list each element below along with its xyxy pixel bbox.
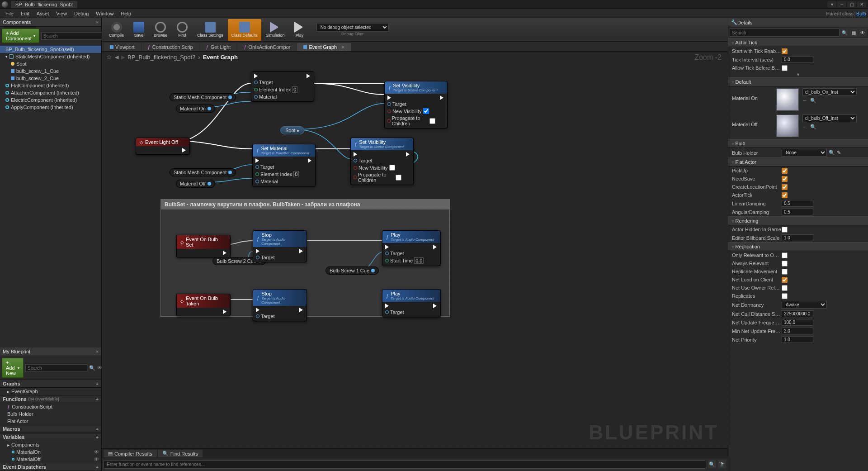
tab-on-is-action[interactable]: ƒOnIsActionCompor xyxy=(237,43,297,51)
forward-icon[interactable]: ▶ xyxy=(121,54,125,60)
search-icon[interactable]: 🔍 xyxy=(89,365,95,371)
use-selected-icon[interactable]: ← xyxy=(802,124,807,130)
create-location-point-checkbox[interactable] xyxy=(782,184,788,190)
search-icon[interactable]: 🔍 xyxy=(840,29,849,37)
always-relevant-checkbox[interactable] xyxy=(782,261,788,266)
close-icon[interactable]: × xyxy=(96,19,99,25)
tick-interval-input[interactable] xyxy=(782,56,813,63)
linear-damping-input[interactable] xyxy=(782,200,813,207)
material-off-thumbnail[interactable] xyxy=(776,114,799,137)
node-stop-2[interactable]: ƒStopTarget is Audio Component Target xyxy=(253,289,307,321)
net-cull-distance-input[interactable] xyxy=(782,310,813,317)
compile-button[interactable]: Compile xyxy=(105,19,127,41)
propagate-checkbox[interactable] xyxy=(396,175,401,181)
component-item-apply[interactable]: ApplyComponent (Inherited) xyxy=(0,104,101,111)
category-bulb[interactable]: Bulb xyxy=(728,139,868,148)
section-macros[interactable]: Macros+ xyxy=(0,425,101,433)
propagate-checkbox[interactable] xyxy=(429,118,435,124)
breadcrumb-root[interactable]: BP_Bulb_flickering_Spot2 xyxy=(127,54,195,61)
close-icon[interactable]: × xyxy=(341,44,344,50)
variables-sub-components[interactable]: ▸ Components xyxy=(0,441,101,448)
plus-icon[interactable]: + xyxy=(96,426,99,432)
material-on-select[interactable]: dl_bulb_On_Inst xyxy=(802,88,857,96)
save-button[interactable]: Save xyxy=(128,19,149,41)
simulation-button[interactable]: Simulation xyxy=(262,19,288,41)
section-functions[interactable]: Functions(34 Overridable)+ xyxy=(0,395,101,403)
component-item-attacher[interactable]: AttacherComponent (Inherited) xyxy=(0,89,101,96)
parent-class-link[interactable]: Bulb xyxy=(856,11,866,16)
tab-viewport[interactable]: Viewport xyxy=(104,43,141,51)
start-tick-enabled-checkbox[interactable] xyxy=(782,48,788,54)
allow-tick-before-begin-checkbox[interactable] xyxy=(782,65,788,71)
menu-asset[interactable]: Asset xyxy=(33,10,53,17)
category-replication[interactable]: Replication xyxy=(728,242,868,251)
menu-help[interactable]: Help xyxy=(117,10,135,17)
pick-icon[interactable]: ✎ xyxy=(837,150,841,156)
menu-window[interactable]: Window xyxy=(92,10,117,17)
net-load-client-checkbox[interactable] xyxy=(782,277,788,283)
function-item-flat-actor[interactable]: Flat Actor xyxy=(0,418,101,425)
menu-edit[interactable]: Edit xyxy=(17,10,33,17)
details-header[interactable]: 🔧 Details xyxy=(728,18,868,27)
plus-icon[interactable]: + xyxy=(96,381,99,386)
menu-file[interactable]: File xyxy=(2,10,17,17)
plus-icon[interactable]: + xyxy=(96,396,99,402)
eye-icon[interactable]: 👁 xyxy=(94,457,99,462)
component-item-flat[interactable]: FlatComponent (Inherited) xyxy=(0,82,101,89)
comment-title[interactable]: BulbSet - лампочку вкрутили в плафон. Bu… xyxy=(161,200,449,209)
matrix-icon[interactable]: ▦ xyxy=(849,29,858,37)
category-actor-tick[interactable]: Actor Tick xyxy=(728,38,868,47)
component-item-electric[interactable]: ElectricComponent (Inherited) xyxy=(0,96,101,104)
window-minimize-icon[interactable]: – xyxy=(837,1,846,8)
binoculars-icon[interactable]: 🔭 xyxy=(718,460,726,468)
material-off-select[interactable]: dl_bulb_Off_Inst xyxy=(802,114,857,122)
class-defaults-button[interactable]: Class Defaults xyxy=(228,19,261,41)
var-node-static-mesh-1[interactable]: Static Mesh Component xyxy=(170,93,236,101)
var-node-material-on[interactable]: Material On xyxy=(176,105,215,113)
close-icon[interactable]: × xyxy=(96,349,99,354)
var-node-bulb-screw-1[interactable]: Bulb Screw 1 Cue xyxy=(326,266,379,275)
category-rendering[interactable]: Rendering xyxy=(728,216,868,225)
browse-to-icon[interactable]: 🔍 xyxy=(829,150,835,156)
menu-debug[interactable]: Debug xyxy=(71,10,92,17)
node-stop-1[interactable]: ƒStopTarget is Audio Component Target xyxy=(253,230,307,262)
browse-to-icon[interactable]: 🔍 xyxy=(810,124,816,130)
tab-find-results[interactable]: 🔍Find Results xyxy=(158,450,203,457)
category-flat-actor[interactable]: Flat Actor xyxy=(728,157,868,167)
pickup-checkbox[interactable] xyxy=(782,168,788,174)
node-event-on-bulb-taken[interactable]: ◇ Event On Bulb Taken xyxy=(176,294,231,316)
components-search-input[interactable] xyxy=(41,32,103,40)
only-relevant-owner-checkbox[interactable] xyxy=(782,252,788,258)
graph-item-eventgraph[interactable]: ▸ EventGraph xyxy=(0,388,101,395)
category-default[interactable]: Default xyxy=(728,77,868,86)
replicates-checkbox[interactable] xyxy=(782,293,788,299)
plus-icon[interactable]: + xyxy=(96,464,99,470)
use-selected-icon[interactable]: ← xyxy=(802,98,807,104)
class-settings-button[interactable]: Class Settings xyxy=(193,19,227,41)
play-button[interactable]: Play xyxy=(289,19,310,41)
node-play-1[interactable]: ƒPlayTarget is Audio Component TargetSta… xyxy=(382,230,441,266)
component-item-static-mesh[interactable]: ▾StaticMeshComponent (Inherited) xyxy=(0,53,101,60)
var-node-spot[interactable]: Spot ● xyxy=(280,126,304,134)
eye-icon[interactable]: 👁 xyxy=(94,449,99,455)
component-item-self[interactable]: BP_Bulb_flickering_Spot2(self) xyxy=(0,46,101,53)
tab-construction-script[interactable]: ƒConstruction Scrip xyxy=(142,43,199,51)
browse-button[interactable]: Browse xyxy=(150,19,171,41)
add-new-button[interactable]: + Add New▾ xyxy=(2,358,24,378)
node-set-visibility-1[interactable]: ƒSet VisibilityTarget is Scene Component… xyxy=(384,81,448,128)
section-graphs[interactable]: Graphs+ xyxy=(0,380,101,388)
component-item-bulb-screw-2[interactable]: bulb_screw_2_Cue xyxy=(0,75,101,82)
back-icon[interactable]: ◀ xyxy=(115,54,118,60)
tab-get-light[interactable]: ƒGet Light xyxy=(200,43,237,51)
function-item-bulb-holder[interactable]: Bulb Holder xyxy=(0,410,101,418)
variable-material-off[interactable]: MaterialOff👁 xyxy=(0,456,101,463)
section-event-dispatchers[interactable]: Event Dispatchers+ xyxy=(0,463,101,471)
my-blueprint-header[interactable]: My Blueprint× xyxy=(0,347,101,356)
components-panel-header[interactable]: Components× xyxy=(0,18,101,27)
function-item-construction[interactable]: ƒ ConstructionScript xyxy=(0,403,101,410)
net-dormancy-select[interactable]: Awake xyxy=(782,301,827,309)
var-node-static-mesh-2[interactable]: Static Mesh Component xyxy=(170,168,236,176)
actor-tick-checkbox[interactable] xyxy=(782,192,788,198)
node-set-material-lower[interactable]: ƒSet MaterialTarget is Primitive Compone… xyxy=(252,144,316,186)
browse-to-icon[interactable]: 🔍 xyxy=(810,98,816,104)
